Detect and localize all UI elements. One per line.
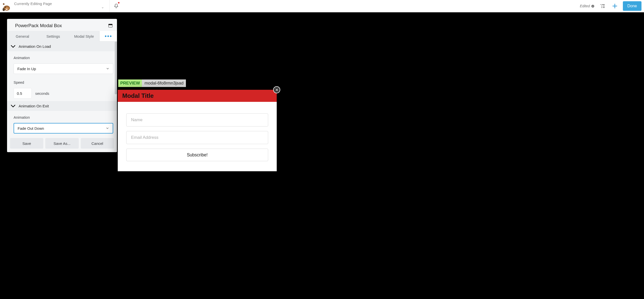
- chevron-down-icon: [106, 126, 109, 130]
- svg-point-11: [601, 7, 602, 8]
- speed-unit-label: seconds: [35, 91, 49, 96]
- outline-icon: [600, 3, 606, 9]
- svg-point-9: [601, 6, 602, 7]
- panel-footer: Save Save As... Cancel: [7, 136, 117, 152]
- topbar: Currently Editing Page Edited ? Done: [0, 0, 644, 12]
- scrollbar-thumb[interactable]: [115, 41, 117, 94]
- notification-dot-icon: [118, 2, 119, 4]
- section-animation-on-load-header[interactable]: Animation On Load: [7, 41, 117, 51]
- section-animation-on-exit-header[interactable]: Animation On Exit: [7, 101, 117, 111]
- tab-modal-style[interactable]: Modal Style: [69, 31, 99, 41]
- chevron-down-icon: [101, 5, 104, 11]
- more-icon: [105, 35, 111, 37]
- preview-module-id: modal-6fo8rmn3jsad: [142, 79, 186, 87]
- close-icon: [275, 88, 278, 92]
- chevron-down-icon: [11, 45, 16, 48]
- svg-point-2: [5, 7, 6, 8]
- panel-body: Animation On Load Animation Fade In Up S…: [7, 41, 117, 136]
- field-label-animation: Animation: [14, 115, 113, 119]
- svg-rect-4: [3, 8, 5, 11]
- edited-status: Edited ?: [580, 4, 595, 8]
- bell-icon: [113, 3, 119, 9]
- module-preview-tag[interactable]: PREVIEW modal-6fo8rmn3jsad: [118, 79, 186, 87]
- cancel-button[interactable]: Cancel: [81, 138, 114, 149]
- topbar-right: Edited ? Done: [580, 1, 644, 11]
- modal-title: Modal Title: [118, 90, 277, 102]
- help-icon[interactable]: ?: [591, 4, 595, 8]
- field-label-animation: Animation: [14, 56, 113, 60]
- modal-body: Subscribe!: [118, 102, 277, 171]
- svg-point-7: [600, 4, 601, 5]
- done-button[interactable]: Done: [623, 1, 641, 11]
- modal-name-input[interactable]: [126, 113, 268, 126]
- svg-text:?: ?: [592, 5, 593, 7]
- save-button[interactable]: Save: [10, 138, 43, 149]
- page-dropdown-toggle[interactable]: [101, 4, 109, 12]
- tab-more[interactable]: [99, 31, 117, 41]
- panel-header[interactable]: PowerPack Modal Box: [7, 19, 117, 31]
- beaver-builder-logo-icon[interactable]: [2, 3, 11, 11]
- animation-speed-input[interactable]: [14, 88, 32, 99]
- select-value: Fade Out Down: [18, 126, 44, 131]
- modal-box-preview: Modal Title Subscribe!: [118, 90, 277, 171]
- topbar-left: Currently Editing Page: [0, 0, 109, 12]
- section-animation-on-load-body: Animation Fade In Up Speed seconds: [7, 51, 117, 101]
- page-title: Currently Editing Page: [14, 2, 52, 6]
- module-settings-panel: PowerPack Modal Box General Settings Mod…: [7, 19, 117, 152]
- tab-settings[interactable]: Settings: [38, 31, 68, 41]
- animation-on-load-select[interactable]: Fade In Up: [14, 63, 113, 74]
- notifications-button[interactable]: [109, 0, 123, 12]
- edited-label-text: Edited: [580, 4, 590, 8]
- preview-label: PREVIEW: [118, 79, 142, 87]
- animation-on-exit-select[interactable]: Fade Out Down: [14, 123, 113, 134]
- field-label-speed: Speed: [14, 80, 113, 84]
- svg-rect-10: [603, 6, 605, 6]
- modal-close-button[interactable]: [273, 86, 280, 93]
- outline-panel-toggle[interactable]: [599, 2, 607, 10]
- add-content-button[interactable]: [611, 2, 619, 10]
- svg-rect-8: [602, 4, 605, 5]
- modal-subscribe-button[interactable]: Subscribe!: [126, 149, 268, 161]
- chevron-down-icon: [106, 67, 109, 70]
- modal-email-input[interactable]: [126, 131, 268, 144]
- plus-icon: [612, 3, 618, 9]
- select-value: Fade In Up: [17, 67, 36, 71]
- section-title: Animation On Load: [19, 44, 51, 49]
- chevron-down-icon: [11, 104, 16, 108]
- svg-rect-3: [6, 9, 7, 10]
- panel-title: PowerPack Modal Box: [15, 23, 62, 28]
- panel-expand-icon[interactable]: [108, 24, 112, 27]
- save-as-button[interactable]: Save As...: [45, 138, 78, 149]
- section-title: Animation On Exit: [19, 104, 49, 108]
- section-animation-on-exit-body: Animation Fade Out Down: [7, 111, 117, 135]
- panel-tabs: General Settings Modal Style: [7, 31, 117, 41]
- tab-general[interactable]: General: [7, 31, 38, 41]
- svg-rect-12: [603, 7, 605, 8]
